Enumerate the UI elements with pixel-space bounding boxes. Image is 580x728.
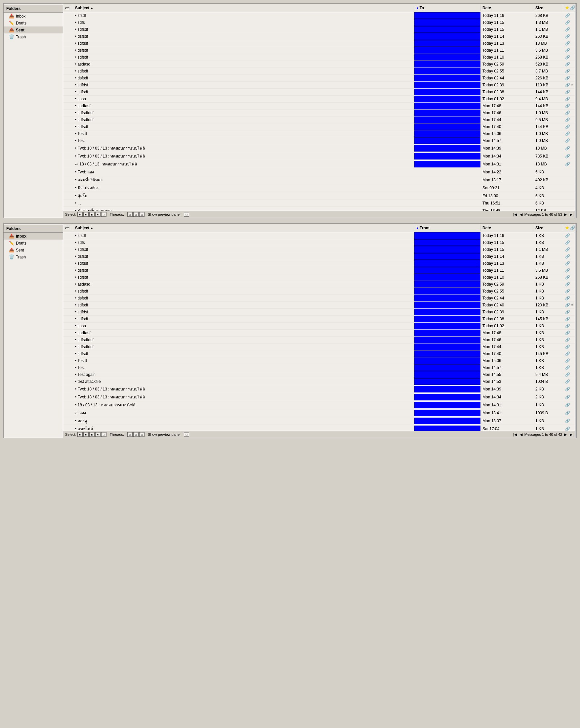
table-row[interactable]: • dsfsdfToday 11:113.5 MB🔗 (63, 267, 576, 274)
thread-btn3-top[interactable]: ◎ (139, 212, 144, 217)
preview-checkbox-bottom[interactable]: □ (184, 432, 189, 437)
table-row[interactable]: • Fwd: 18 / 03 / 13 : ทดสอบการแนบไฟล์Mon… (63, 144, 576, 152)
table-row[interactable]: • Test againMon 14:559.4 MB🔗 (63, 371, 576, 378)
resize-handle-top[interactable] (575, 4, 576, 218)
table-row[interactable]: • sdfsdfdsfMon 17:461.0 MB🔗 (63, 109, 576, 116)
table-row[interactable]: • ลองดูMon 13:071 KB🔗 (63, 417, 576, 425)
table-row[interactable]: • Fwd: 18 / 03 / 13 : ทดสอบการแนบไฟล์Mon… (63, 152, 576, 160)
table-row[interactable]: • TestMon 14:571.0 MB🔗 (63, 137, 576, 144)
table-row[interactable]: • จุ้มริ้มFri 13:005 KB (63, 192, 576, 200)
table-row[interactable]: • dsfsdfToday 11:141 KB🔗 (63, 253, 576, 260)
sidebar-item-sent-top[interactable]: 📤 Sent (4, 26, 63, 33)
sidebar-item-sent-bottom[interactable]: 📤 Sent (4, 246, 63, 254)
table-row[interactable]: • แขทไฟล์Sat 17:041 KB🔗 (63, 425, 576, 431)
prev-page-btn-top[interactable]: ◀ (519, 212, 523, 217)
table-row[interactable]: • sdfsToday 11:151.3 MB🔗 (63, 19, 576, 26)
table-row[interactable]: • sdfsdfMon 17:40145 KB🔗 (63, 350, 576, 357)
table-row[interactable]: • sfsdfToday 11:161 KB🔗 (63, 232, 576, 239)
table-row[interactable]: • sdfsdfMon 17:40144 KB🔗 (63, 124, 576, 130)
table-row[interactable]: • sdfsdfToday 02:38145 KB🔗 (63, 316, 576, 323)
bottom-col-date[interactable]: Date (480, 225, 533, 231)
table-row[interactable]: • dsfsdfToday 11:113.5 MB🔗 (63, 47, 576, 54)
resize-handle-bottom[interactable] (575, 224, 576, 438)
bottom-col-from[interactable]: ● From (414, 225, 480, 231)
select-none-btn-top[interactable]: □ (101, 212, 107, 217)
thread-btn2-bottom[interactable]: ◎ (133, 432, 139, 437)
table-row[interactable]: • sdfsdfToday 02:553.7 MB🔗 (63, 68, 576, 75)
table-row[interactable]: • sadfasfMon 17:481 KB🔗 (63, 330, 576, 337)
table-row[interactable]: • Fwd: 18 / 03 / 13 : ทดสอบการแนบไฟล์Mon… (63, 393, 576, 401)
table-row[interactable]: • sdfsdfToday 02:38144 KB🔗 (63, 89, 576, 96)
table-row[interactable]: • dsfsdfToday 02:441 KB🔗 (63, 295, 576, 302)
sidebar-item-trash-top[interactable]: 🗑️ Trash (4, 33, 63, 41)
table-row[interactable]: • asdasdToday 02:59528 KB🔗 (63, 61, 576, 68)
table-row[interactable]: • นิวไปจุลจักรSat 09:214 KB (63, 184, 576, 192)
table-row[interactable]: • asdasdToday 02:591 KB🔗 (63, 281, 576, 288)
select-flagged-btn-top[interactable]: ★ (95, 212, 101, 217)
table-row[interactable]: • sdfsdfToday 11:151.1 MB🔗 (63, 26, 576, 33)
table-row[interactable]: • dsfsdfToday 02:44226 KB🔗 (63, 75, 576, 82)
sidebar-item-drafts-bottom[interactable]: ✏️ Drafts (4, 240, 63, 246)
top-col-size[interactable]: Size (533, 5, 563, 11)
select-read-btn-bottom[interactable]: ■ (83, 432, 89, 437)
table-row[interactable]: • TestttMon 15:061.0 MB🔗 (63, 130, 576, 137)
select-flagged-btn-bottom[interactable]: ★ (95, 432, 101, 437)
table-row[interactable]: ↩ ลองMon 13:411009 B🔗 (63, 409, 576, 417)
table-row[interactable]: • 18 / 03 / 13 : ทดสอบการแนบไฟล์Mon 14:3… (63, 401, 576, 409)
select-unread-btn-top[interactable]: ◉ (89, 212, 94, 217)
sidebar-item-drafts-top[interactable]: ✏️ Drafts (4, 20, 63, 26)
table-row[interactable]: • sdfsdfToday 11:10268 KB🔗 (63, 54, 576, 61)
table-row[interactable]: • sdfdsfToday 02:391 KB🔗 (63, 309, 576, 316)
preview-checkbox-top[interactable]: □ (184, 212, 189, 217)
table-row[interactable]: • sdfsdfToday 02:551 KB🔗 (63, 288, 576, 295)
table-row[interactable]: • sdfsdfToday 02:40120 KB🔗 ≡ (63, 302, 576, 309)
prev-page-btn-bottom[interactable]: ◀ (519, 433, 523, 437)
select-read-btn-top[interactable]: ■ (83, 212, 89, 217)
table-row[interactable]: • แผนที่บริษัทคะMon 13:17402 KB (63, 176, 576, 184)
first-page-btn-bottom[interactable]: |◀ (512, 433, 518, 437)
last-page-btn-top[interactable]: ▶| (569, 212, 574, 217)
table-row[interactable]: • sdfdsfToday 11:1318 MB🔗 (63, 40, 576, 47)
last-page-btn-bottom[interactable]: ▶| (569, 433, 574, 437)
table-row[interactable]: • sasaToday 01:029.4 MB🔗 (63, 96, 576, 103)
table-row[interactable]: • sdfsToday 11:151 KB🔗 (63, 239, 576, 246)
table-row[interactable]: • sfsdfToday 11:16268 KB🔗 (63, 12, 576, 19)
thread-btn1-bottom[interactable]: ◎ (127, 432, 133, 437)
select-all-btn-top[interactable]: ■ (77, 212, 83, 217)
thread-btn3-bottom[interactable]: ◎ (139, 432, 144, 437)
sidebar-item-inbox-top[interactable]: 📥 Inbox (4, 12, 63, 20)
top-col-to[interactable]: ● To (414, 5, 480, 11)
next-page-btn-top[interactable]: ▶ (563, 212, 568, 217)
sidebar-item-trash-bottom[interactable]: 🗑️ Trash (4, 254, 63, 260)
table-row[interactable]: • TestttMon 15:061 KB🔗 (63, 357, 576, 364)
table-row[interactable]: • Fwd: ลองMon 14:225 KB (63, 168, 576, 176)
table-row[interactable]: • test attackfileMon 14:531004 B🔗 (63, 378, 576, 385)
table-row[interactable]: • sdfdsfToday 02:39119 KB🔗 ≡ (63, 82, 576, 89)
thread-btn2-top[interactable]: ◎ (133, 212, 139, 217)
table-row[interactable]: • sdfsdfToday 11:10268 KB🔗 (63, 274, 576, 281)
select-none-btn-bottom[interactable]: □ (101, 432, 107, 437)
table-row[interactable]: • TestMon 14:571 KB🔗 (63, 364, 576, 371)
bottom-col-subject[interactable]: Subject ▲ (73, 225, 414, 231)
table-row[interactable]: • sdfsdfToday 11:151.1 MB🔗 (63, 246, 576, 253)
table-row[interactable]: • ...Thu 16:516 KB (63, 200, 576, 207)
table-row[interactable]: ↩ 18 / 03 / 13 : ทดสอบการแนบไฟล์Mon 14:3… (63, 160, 576, 168)
bottom-col-size[interactable]: Size (533, 225, 563, 231)
sidebar-item-inbox-bottom[interactable]: 📥 Inbox (4, 233, 63, 240)
thread-btn1-top[interactable]: ◎ (127, 212, 133, 217)
table-row[interactable]: • sadfasfMon 17:48144 KB🔗 (63, 103, 576, 109)
table-row[interactable]: • dsfsdfToday 11:14260 KB🔗 (63, 33, 576, 40)
top-col-date[interactable]: Date (480, 5, 533, 11)
table-row[interactable]: • sdfsdfdsfMon 17:441 KB🔗 (63, 343, 576, 350)
top-col-subject[interactable]: Subject ▲ (73, 5, 414, 11)
table-row[interactable]: • Fwd: 18 / 03 / 13 : ทดสอบการแนบไฟล์Mon… (63, 385, 576, 393)
table-row[interactable]: • ทำตามขั้นตอนนะคะThu 13:4812 KB (63, 207, 576, 211)
table-row[interactable]: • sdfsdfdsfMon 17:461 KB🔗 (63, 337, 576, 343)
table-row[interactable]: • sasaToday 01:021 KB🔗 (63, 323, 576, 330)
table-row[interactable]: • sdfdsfToday 11:131 KB🔗 (63, 260, 576, 267)
first-page-btn-top[interactable]: |◀ (512, 212, 518, 217)
next-page-btn-bottom[interactable]: ▶ (563, 433, 568, 437)
table-row[interactable]: • sdfsdfdsfMon 17:449.5 MB🔗 (63, 116, 576, 124)
select-all-btn-bottom[interactable]: ■ (77, 432, 83, 437)
select-unread-btn-bottom[interactable]: ◉ (89, 432, 94, 437)
